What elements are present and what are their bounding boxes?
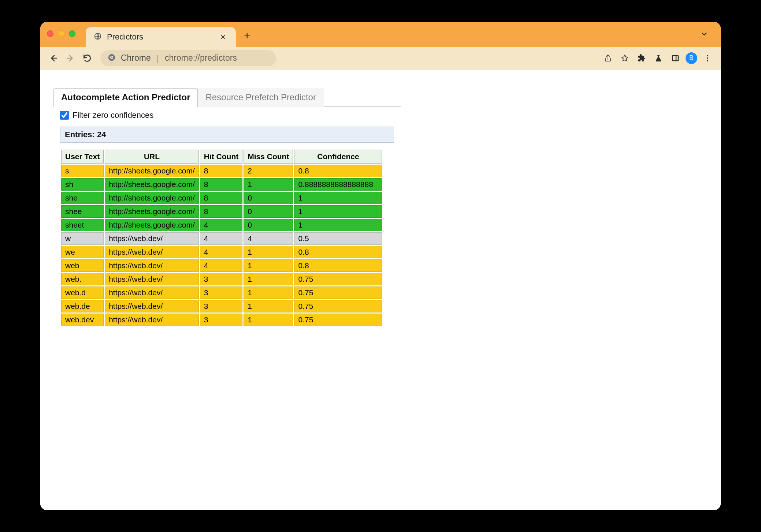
- cell-miss: 2: [244, 165, 293, 177]
- cell-url: http://sheets.google.com/: [105, 205, 199, 218]
- tab-resource-prefetch-predictor[interactable]: Resource Prefetch Predictor: [198, 88, 323, 107]
- cell-hit: 4: [200, 246, 242, 258]
- cell-user_text: she: [61, 192, 104, 204]
- th-miss-count[interactable]: Miss Count: [244, 150, 293, 164]
- filter-row: Filter zero confidences: [53, 107, 401, 125]
- cell-hit: 8: [200, 165, 242, 177]
- svg-point-7: [707, 57, 708, 59]
- cell-user_text: w: [61, 232, 104, 245]
- cell-user_text: web.de: [61, 300, 104, 312]
- cell-user_text: s: [61, 165, 104, 177]
- page-content: Autocomplete Action Predictor Resource P…: [40, 70, 721, 510]
- omnibox[interactable]: Chrome | chrome://predictors: [100, 50, 276, 66]
- th-user-text[interactable]: User Text: [61, 150, 104, 164]
- table-row: sheethttp://sheets.google.com/401: [61, 219, 382, 231]
- cell-miss: 1: [244, 314, 293, 326]
- cell-url: https://web.dev/: [105, 286, 199, 299]
- cell-hit: 3: [200, 286, 242, 299]
- cell-hit: 4: [200, 232, 242, 245]
- cell-miss: 1: [244, 286, 293, 299]
- bookmark-star-icon[interactable]: [618, 52, 631, 65]
- cell-conf: 0.75: [294, 273, 382, 285]
- table-row: web.dehttps://web.dev/310.75: [61, 300, 382, 312]
- cell-url: https://web.dev/: [105, 314, 199, 326]
- svg-point-3: [111, 56, 113, 59]
- chrome-icon: [108, 53, 116, 63]
- tab-autocomplete-predictor[interactable]: Autocomplete Action Predictor: [53, 88, 198, 107]
- close-tab-button[interactable]: ×: [218, 32, 228, 42]
- minimize-window-button[interactable]: [58, 30, 64, 37]
- cell-url: https://web.dev/: [105, 300, 199, 312]
- cell-hit: 4: [200, 219, 242, 231]
- cell-user_text: shee: [61, 205, 104, 218]
- cell-conf: 0.8: [294, 246, 382, 258]
- cell-hit: 3: [200, 273, 242, 285]
- cell-user_text: sheet: [61, 219, 104, 231]
- cell-hit: 8: [200, 178, 242, 191]
- avatar-letter: B: [689, 54, 694, 62]
- tab-search-button[interactable]: [700, 30, 708, 40]
- table-row: whttps://web.dev/440.5: [61, 232, 382, 245]
- maximize-window-button[interactable]: [69, 30, 75, 37]
- cell-conf: 1: [294, 219, 382, 231]
- cell-miss: 1: [244, 300, 293, 312]
- omnibox-separator: |: [157, 53, 159, 63]
- cell-hit: 4: [200, 259, 242, 272]
- cell-miss: 1: [244, 259, 293, 272]
- filter-label: Filter zero confidences: [73, 110, 153, 120]
- kebab-menu-icon[interactable]: [701, 52, 714, 65]
- table-row: sheehttp://sheets.google.com/801: [61, 205, 382, 218]
- svg-point-6: [707, 55, 708, 56]
- cell-conf: 0.8: [294, 165, 382, 177]
- cell-conf: 1: [294, 192, 382, 204]
- table-row: web.dhttps://web.dev/310.75: [61, 286, 382, 299]
- cell-miss: 0: [244, 205, 293, 218]
- cell-conf: 0.75: [294, 286, 382, 299]
- side-panel-icon[interactable]: [669, 52, 682, 65]
- cell-hit: 3: [200, 300, 242, 312]
- close-window-button[interactable]: [47, 30, 53, 37]
- tab-title: Predictors: [107, 32, 213, 42]
- table-row: web.https://web.dev/310.75: [61, 273, 382, 285]
- cell-url: https://web.dev/: [105, 273, 199, 285]
- back-button[interactable]: [47, 52, 60, 65]
- th-hit-count[interactable]: Hit Count: [200, 150, 242, 164]
- omnibox-label: Chrome: [121, 53, 151, 63]
- predictor-table: User Text URL Hit Count Miss Count Confi…: [60, 149, 383, 327]
- cell-user_text: we: [61, 246, 104, 258]
- table-row: wehttps://web.dev/410.8: [61, 246, 382, 258]
- cell-url: https://web.dev/: [105, 232, 199, 245]
- page-tabs: Autocomplete Action Predictor Resource P…: [53, 88, 401, 107]
- profile-avatar[interactable]: B: [686, 52, 697, 64]
- table-header-row: User Text URL Hit Count Miss Count Confi…: [61, 150, 382, 164]
- cell-conf: 1: [294, 205, 382, 218]
- cell-url: http://sheets.google.com/: [105, 192, 199, 204]
- table-row: web.devhttps://web.dev/310.75: [61, 314, 382, 326]
- cell-conf: 0.75: [294, 300, 382, 312]
- share-icon[interactable]: [601, 52, 615, 65]
- filter-zero-confidences-checkbox[interactable]: [60, 111, 69, 120]
- cell-url: https://web.dev/: [105, 259, 199, 272]
- cell-user_text: web.d: [61, 286, 104, 299]
- cell-conf: 0.5: [294, 232, 382, 245]
- new-tab-button[interactable]: +: [244, 30, 250, 42]
- table-row: shhttp://sheets.google.com/810.888888888…: [61, 178, 382, 191]
- cell-user_text: web: [61, 259, 104, 272]
- cell-conf: 0.8: [294, 259, 382, 272]
- cell-user_text: web.: [61, 273, 104, 285]
- toolbar: Chrome | chrome://predictors B: [40, 47, 721, 70]
- browser-window: Predictors × + Chrome | chrome://predict…: [40, 22, 721, 510]
- th-url[interactable]: URL: [105, 150, 199, 164]
- traffic-lights: [47, 30, 75, 37]
- forward-button[interactable]: [64, 52, 77, 65]
- browser-tab[interactable]: Predictors ×: [86, 27, 236, 47]
- th-confidence[interactable]: Confidence: [294, 150, 382, 164]
- labs-icon[interactable]: [652, 52, 665, 65]
- cell-miss: 0: [244, 192, 293, 204]
- extensions-icon[interactable]: [635, 52, 648, 65]
- table-row: shehttp://sheets.google.com/801: [61, 192, 382, 204]
- reload-button[interactable]: [81, 52, 94, 65]
- cell-conf: 0.8888888888888888: [294, 178, 382, 191]
- titlebar: Predictors × +: [40, 22, 721, 47]
- cell-url: http://sheets.google.com/: [105, 219, 199, 231]
